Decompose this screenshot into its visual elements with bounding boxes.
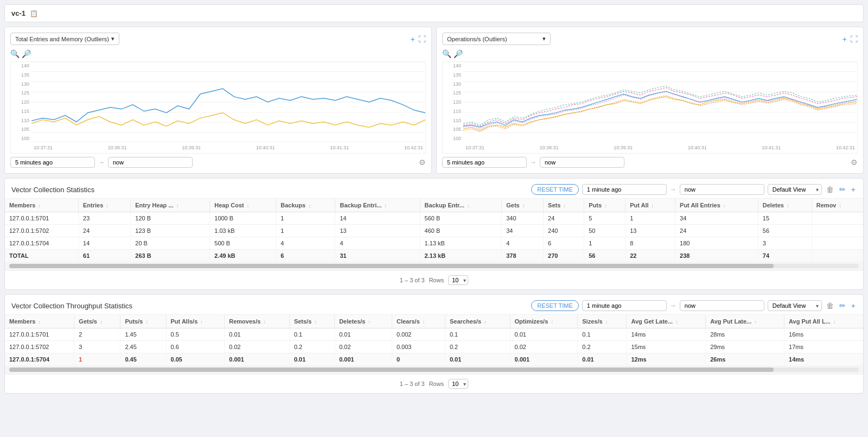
col-entries-1[interactable]: Entries ↕ bbox=[79, 199, 131, 212]
chart1-svg bbox=[31, 62, 425, 142]
chart1-dropdown[interactable]: Total Entries and Memory (Outliers) ▾ bbox=[10, 33, 119, 45]
chart2-dropdown[interactable]: Operations/s (Outliers) ▾ bbox=[442, 33, 551, 45]
chart1-time-arrow: → bbox=[98, 159, 105, 166]
chart1-actions: + ⛶ bbox=[411, 35, 426, 43]
stats-title-1: Vector Collection Statistics bbox=[11, 186, 94, 194]
table-row: 127.0.0.1:5701 2 1.45 0.5 0.01 0.1 0.01 … bbox=[5, 328, 863, 341]
chart2-actions: + ⛶ bbox=[843, 35, 858, 43]
col-remov-1[interactable]: Remov ↕ bbox=[812, 199, 863, 212]
stats2-view-wrapper: Default View bbox=[768, 300, 822, 311]
col-searches-s[interactable]: Searches/s ↕ bbox=[445, 315, 510, 328]
chart2-dropdown-label: Operations/s (Outliers) bbox=[447, 36, 507, 42]
stats1-scrollbar[interactable] bbox=[9, 264, 859, 268]
table-row: 127.0.0.1:5701 23 120 B 1000 B 1 14 560 … bbox=[5, 212, 863, 225]
col-sets-1[interactable]: Sets ↕ bbox=[544, 199, 584, 212]
col-backup-entri-1[interactable]: Backup Entri... ↕ bbox=[335, 199, 420, 212]
col-clears-s[interactable]: Clears/s ↕ bbox=[392, 315, 445, 328]
chart2-zoom-in[interactable]: 🔍 bbox=[442, 49, 451, 58]
col-puts-1[interactable]: Puts ↕ bbox=[584, 199, 626, 212]
stats2-delete-icon[interactable]: 🗑 bbox=[825, 300, 835, 311]
chart2-time-to[interactable] bbox=[540, 157, 624, 168]
chart1-zoom: 🔍 🔎 bbox=[10, 49, 426, 58]
stats2-time-from[interactable] bbox=[582, 300, 667, 311]
chart1-time-to[interactable] bbox=[108, 157, 193, 168]
table-row: 127.0.0.1:5704 14 20 B 500 B 4 4 1.13 kB… bbox=[5, 237, 863, 250]
col-backup-entr-1[interactable]: Backup Entr... ↕ bbox=[420, 199, 502, 212]
copy-icon[interactable]: 📋 bbox=[30, 10, 38, 17]
stats1-footer: 1 – 3 of 3 Rows 10 25 50 bbox=[5, 270, 863, 289]
col-avg-put-all-l[interactable]: Avg Put All L... ↕ bbox=[784, 315, 863, 328]
col-put-all-entries-1[interactable]: Put All Entries ↕ bbox=[675, 199, 758, 212]
chart2-expand-icon[interactable]: ⛶ bbox=[850, 35, 858, 43]
chart1-time-from[interactable] bbox=[10, 157, 95, 168]
stats1-time-to[interactable] bbox=[680, 184, 764, 195]
col-removes-s[interactable]: Removes/s ↕ bbox=[225, 315, 290, 328]
stats1-view-select[interactable]: Default View bbox=[768, 184, 822, 195]
col-entry-heap-1[interactable]: Entry Heap ... ↕ bbox=[131, 199, 210, 212]
col-avg-put-late[interactable]: Avg Put Late... ↕ bbox=[706, 315, 784, 328]
table-row: 127.0.0.1:5704 1 0.45 0.05 0.001 0.01 0.… bbox=[5, 353, 863, 366]
stats-title-2: Vector Collection Throughput Statistics bbox=[11, 302, 132, 310]
chart1-zoom-out[interactable]: 🔎 bbox=[22, 49, 31, 58]
col-put-all-1[interactable]: Put All ↕ bbox=[626, 199, 675, 212]
stats2-pagination: 1 – 3 of 3 bbox=[400, 381, 425, 387]
col-deletes-s[interactable]: Deletes/s ↕ bbox=[335, 315, 392, 328]
col-optimizes-s[interactable]: Optimizes/s ↕ bbox=[510, 315, 578, 328]
col-deletes-1[interactable]: Deletes ↕ bbox=[758, 199, 812, 212]
stats1-table: Members ↕ Entries ↕ Entry Heap ... ↕ Hea… bbox=[5, 199, 863, 262]
chart2-y-axis: 140 135 130 125 120 115 110 105 100 bbox=[443, 62, 463, 142]
chart1-canvas bbox=[31, 62, 425, 142]
stats1-edit-icon[interactable]: ✏ bbox=[838, 184, 847, 195]
stats-header-1: Vector Collection Statistics RESET TIME … bbox=[5, 179, 863, 199]
stats2-view-select[interactable]: Default View bbox=[768, 300, 822, 311]
chart1-time-range: → bbox=[10, 157, 193, 168]
col-members-2[interactable]: Members ↕ bbox=[5, 315, 74, 328]
stats1-table-wrapper: Members ↕ Entries ↕ Entry Heap ... ↕ Hea… bbox=[5, 199, 863, 262]
chart1-settings-icon[interactable]: ⚙ bbox=[419, 158, 426, 167]
stats-controls-1: RESET TIME → Default View 🗑 ✏ + bbox=[531, 184, 857, 195]
stats-controls-2: RESET TIME → Default View 🗑 ✏ + bbox=[531, 300, 857, 311]
chart1-x-axis: 10:37:31 10:38:31 10:39:31 10:40:31 10:4… bbox=[31, 142, 425, 153]
cell-member: 127.0.0.1:5702 bbox=[5, 341, 74, 353]
stats2-edit-icon[interactable]: ✏ bbox=[838, 300, 847, 311]
stats2-time-to[interactable] bbox=[680, 300, 764, 311]
col-sizes-s[interactable]: Sizes/s ↕ bbox=[578, 315, 627, 328]
reset-time-btn-2[interactable]: RESET TIME bbox=[531, 300, 579, 311]
chart1-add-icon[interactable]: + bbox=[411, 35, 415, 43]
chart2-time-arrow: → bbox=[530, 159, 537, 166]
cell-member: 127.0.0.1:5701 bbox=[5, 328, 74, 341]
reset-time-btn-1[interactable]: RESET TIME bbox=[531, 184, 579, 195]
col-gets-1[interactable]: Gets ↕ bbox=[502, 199, 544, 212]
stats1-rows-select[interactable]: 10 25 50 bbox=[448, 275, 468, 285]
cell-total: TOTAL bbox=[5, 250, 79, 262]
chart2-add-icon[interactable]: + bbox=[843, 35, 847, 43]
col-members-1[interactable]: Members ↕ bbox=[5, 199, 79, 212]
stats1-delete-icon[interactable]: 🗑 bbox=[825, 184, 835, 195]
chart2-settings-icon[interactable]: ⚙ bbox=[851, 158, 858, 167]
page-title: vc-1 bbox=[11, 9, 25, 17]
chart1-footer: → ⚙ bbox=[10, 157, 426, 168]
stats2-scrollbar[interactable] bbox=[9, 368, 859, 372]
stats2-rows-wrapper: 10 25 50 bbox=[448, 379, 468, 389]
stats-header-2: Vector Collection Throughput Statistics … bbox=[5, 295, 863, 315]
stats2-add-icon[interactable]: + bbox=[850, 300, 857, 311]
col-backups-1[interactable]: Backups ↕ bbox=[276, 199, 335, 212]
stats1-add-icon[interactable]: + bbox=[850, 184, 857, 195]
col-puts-s[interactable]: Puts/s ↕ bbox=[120, 315, 166, 328]
chart2-zoom: 🔍 🔎 bbox=[442, 49, 858, 58]
col-gets-s[interactable]: Gets/s ↕ bbox=[74, 315, 120, 328]
chart2-zoom-out[interactable]: 🔎 bbox=[454, 49, 463, 58]
stats1-time-from[interactable] bbox=[582, 184, 667, 195]
col-heap-cost-1[interactable]: Heap Cost ↕ bbox=[210, 199, 276, 212]
chart2-time-from[interactable] bbox=[442, 157, 527, 168]
col-sets-s[interactable]: Sets/s ↕ bbox=[289, 315, 334, 328]
stats2-rows-select[interactable]: 10 25 50 bbox=[448, 379, 468, 389]
chart1-zoom-in[interactable]: 🔍 bbox=[10, 49, 20, 58]
col-avg-get-late[interactable]: Avg Get Late... ↕ bbox=[627, 315, 706, 328]
col-put-alls-s[interactable]: Put Alls/s ↕ bbox=[166, 315, 225, 328]
chart1-expand-icon[interactable]: ⛶ bbox=[418, 35, 426, 43]
stats2-footer: 1 – 3 of 3 Rows 10 25 50 bbox=[5, 374, 863, 393]
chart1-header: Total Entries and Memory (Outliers) ▾ + … bbox=[10, 33, 426, 45]
stats1-pagination: 1 – 3 of 3 bbox=[400, 277, 425, 283]
table-row: 127.0.0.1:5702 3 2.45 0.6 0.02 0.2 0.02 … bbox=[5, 341, 863, 353]
